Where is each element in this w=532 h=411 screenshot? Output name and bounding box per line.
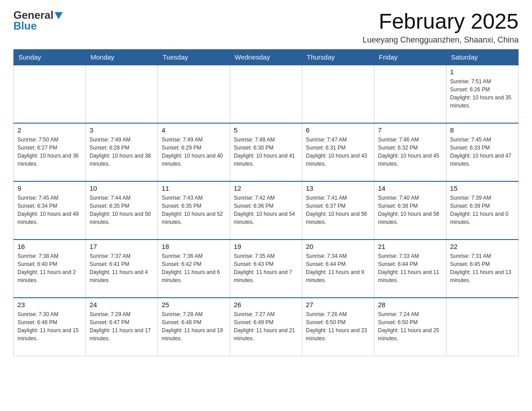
- calendar-week-row: 16Sunrise: 7:38 AM Sunset: 6:40 PM Dayli…: [14, 240, 519, 298]
- day-number: 11: [162, 184, 226, 192]
- table-row: [230, 65, 302, 123]
- day-info: Sunrise: 7:34 AM Sunset: 6:44 PM Dayligh…: [306, 252, 370, 284]
- day-info: Sunrise: 7:27 AM Sunset: 6:49 PM Dayligh…: [234, 310, 298, 342]
- day-info: Sunrise: 7:45 AM Sunset: 6:34 PM Dayligh…: [17, 194, 82, 226]
- day-info: Sunrise: 7:33 AM Sunset: 6:44 PM Dayligh…: [378, 252, 442, 284]
- calendar-week-row: 9Sunrise: 7:45 AM Sunset: 6:34 PM Daylig…: [14, 181, 519, 240]
- table-row: 8Sunrise: 7:45 AM Sunset: 6:33 PM Daylig…: [446, 123, 519, 181]
- header-thursday: Thursday: [302, 50, 374, 65]
- day-number: 19: [234, 243, 298, 250]
- day-number: 17: [90, 243, 154, 250]
- day-info: Sunrise: 7:31 AM Sunset: 6:45 PM Dayligh…: [450, 252, 515, 284]
- header-saturday: Saturday: [446, 50, 519, 65]
- day-number: 2: [17, 126, 82, 134]
- day-number: 4: [162, 126, 226, 134]
- day-info: Sunrise: 7:41 AM Sunset: 6:37 PM Dayligh…: [306, 194, 370, 226]
- table-row: [302, 65, 374, 123]
- table-row: [374, 65, 446, 123]
- table-row: 11Sunrise: 7:43 AM Sunset: 6:35 PM Dayli…: [158, 181, 230, 240]
- day-info: Sunrise: 7:39 AM Sunset: 6:39 PM Dayligh…: [450, 194, 515, 226]
- table-row: 23Sunrise: 7:30 AM Sunset: 6:46 PM Dayli…: [14, 298, 86, 356]
- day-number: 5: [234, 126, 298, 134]
- day-number: 10: [90, 184, 154, 192]
- day-info: Sunrise: 7:29 AM Sunset: 6:47 PM Dayligh…: [90, 310, 154, 342]
- table-row: 26Sunrise: 7:27 AM Sunset: 6:49 PM Dayli…: [230, 298, 302, 356]
- day-number: 12: [234, 184, 298, 192]
- page-header: General Blue February 2025 Lueeyang Chen…: [13, 9, 519, 45]
- day-info: Sunrise: 7:42 AM Sunset: 6:36 PM Dayligh…: [234, 194, 298, 226]
- table-row: 28Sunrise: 7:24 AM Sunset: 6:50 PM Dayli…: [374, 298, 446, 356]
- day-info: Sunrise: 7:50 AM Sunset: 6:27 PM Dayligh…: [17, 136, 82, 168]
- table-row: 6Sunrise: 7:47 AM Sunset: 6:31 PM Daylig…: [302, 123, 374, 181]
- day-number: 16: [17, 243, 82, 250]
- table-row: 20Sunrise: 7:34 AM Sunset: 6:44 PM Dayli…: [302, 240, 374, 298]
- calendar-week-row: 23Sunrise: 7:30 AM Sunset: 6:46 PM Dayli…: [14, 298, 519, 356]
- day-info: Sunrise: 7:43 AM Sunset: 6:35 PM Dayligh…: [162, 194, 226, 226]
- calendar-title: February 2025: [363, 9, 519, 34]
- table-row: [14, 65, 86, 123]
- table-row: 21Sunrise: 7:33 AM Sunset: 6:44 PM Dayli…: [374, 240, 446, 298]
- calendar-subtitle: Lueeyang Chengguanzhen, Shaanxi, China: [363, 35, 519, 45]
- table-row: 4Sunrise: 7:49 AM Sunset: 6:29 PM Daylig…: [158, 123, 230, 181]
- table-row: 25Sunrise: 7:28 AM Sunset: 6:48 PM Dayli…: [158, 298, 230, 356]
- day-info: Sunrise: 7:51 AM Sunset: 6:26 PM Dayligh…: [450, 77, 515, 110]
- table-row: 22Sunrise: 7:31 AM Sunset: 6:45 PM Dayli…: [446, 240, 519, 298]
- day-info: Sunrise: 7:37 AM Sunset: 6:41 PM Dayligh…: [90, 252, 154, 284]
- day-number: 18: [162, 243, 226, 250]
- day-number: 20: [306, 243, 370, 250]
- logo-arrow-icon: [55, 12, 63, 19]
- day-info: Sunrise: 7:28 AM Sunset: 6:48 PM Dayligh…: [162, 310, 226, 342]
- header-tuesday: Tuesday: [158, 50, 230, 65]
- day-number: 26: [234, 301, 298, 308]
- header-wednesday: Wednesday: [230, 50, 302, 65]
- day-info: Sunrise: 7:49 AM Sunset: 6:28 PM Dayligh…: [90, 136, 154, 168]
- day-info: Sunrise: 7:47 AM Sunset: 6:31 PM Dayligh…: [306, 136, 370, 168]
- day-info: Sunrise: 7:40 AM Sunset: 6:38 PM Dayligh…: [378, 194, 442, 226]
- table-row: 1Sunrise: 7:51 AM Sunset: 6:26 PM Daylig…: [446, 65, 519, 123]
- day-number: 25: [162, 301, 226, 308]
- day-number: 13: [306, 184, 370, 192]
- day-number: 21: [378, 243, 442, 250]
- day-number: 15: [450, 184, 515, 192]
- day-info: Sunrise: 7:45 AM Sunset: 6:33 PM Dayligh…: [450, 136, 515, 168]
- day-number: 1: [450, 68, 515, 76]
- day-info: Sunrise: 7:38 AM Sunset: 6:40 PM Dayligh…: [17, 252, 82, 284]
- table-row: 3Sunrise: 7:49 AM Sunset: 6:28 PM Daylig…: [86, 123, 158, 181]
- day-info: Sunrise: 7:30 AM Sunset: 6:46 PM Dayligh…: [17, 310, 82, 342]
- day-number: 27: [306, 301, 370, 308]
- day-info: Sunrise: 7:35 AM Sunset: 6:43 PM Dayligh…: [234, 252, 298, 284]
- day-info: Sunrise: 7:36 AM Sunset: 6:42 PM Dayligh…: [162, 252, 226, 284]
- table-row: [158, 65, 230, 123]
- day-number: 9: [17, 184, 82, 192]
- table-row: 12Sunrise: 7:42 AM Sunset: 6:36 PM Dayli…: [230, 181, 302, 240]
- logo-blue-text: Blue: [13, 20, 37, 32]
- day-number: 7: [378, 126, 442, 134]
- table-row: 27Sunrise: 7:26 AM Sunset: 6:50 PM Dayli…: [302, 298, 374, 356]
- table-row: 7Sunrise: 7:46 AM Sunset: 6:32 PM Daylig…: [374, 123, 446, 181]
- table-row: 15Sunrise: 7:39 AM Sunset: 6:39 PM Dayli…: [446, 181, 519, 240]
- day-number: 22: [450, 243, 515, 250]
- table-row: 24Sunrise: 7:29 AM Sunset: 6:47 PM Dayli…: [86, 298, 158, 356]
- calendar-header-row: Sunday Monday Tuesday Wednesday Thursday…: [14, 50, 519, 65]
- logo: General Blue: [13, 9, 63, 32]
- table-row: 10Sunrise: 7:44 AM Sunset: 6:35 PM Dayli…: [86, 181, 158, 240]
- table-row: 5Sunrise: 7:48 AM Sunset: 6:30 PM Daylig…: [230, 123, 302, 181]
- day-number: 28: [378, 301, 442, 308]
- day-info: Sunrise: 7:44 AM Sunset: 6:35 PM Dayligh…: [90, 194, 154, 226]
- calendar-table: Sunday Monday Tuesday Wednesday Thursday…: [13, 49, 519, 356]
- day-info: Sunrise: 7:48 AM Sunset: 6:30 PM Dayligh…: [234, 136, 298, 168]
- table-row: 17Sunrise: 7:37 AM Sunset: 6:41 PM Dayli…: [86, 240, 158, 298]
- calendar-week-row: 1Sunrise: 7:51 AM Sunset: 6:26 PM Daylig…: [14, 65, 519, 123]
- day-number: 24: [90, 301, 154, 308]
- day-info: Sunrise: 7:24 AM Sunset: 6:50 PM Dayligh…: [378, 310, 442, 342]
- header-monday: Monday: [86, 50, 158, 65]
- table-row: [446, 298, 519, 356]
- table-row: 14Sunrise: 7:40 AM Sunset: 6:38 PM Dayli…: [374, 181, 446, 240]
- table-row: [86, 65, 158, 123]
- title-section: February 2025 Lueeyang Chengguanzhen, Sh…: [363, 9, 519, 45]
- day-number: 3: [90, 126, 154, 134]
- day-info: Sunrise: 7:46 AM Sunset: 6:32 PM Dayligh…: [378, 136, 442, 168]
- header-sunday: Sunday: [14, 50, 86, 65]
- day-info: Sunrise: 7:49 AM Sunset: 6:29 PM Dayligh…: [162, 136, 226, 168]
- calendar-week-row: 2Sunrise: 7:50 AM Sunset: 6:27 PM Daylig…: [14, 123, 519, 181]
